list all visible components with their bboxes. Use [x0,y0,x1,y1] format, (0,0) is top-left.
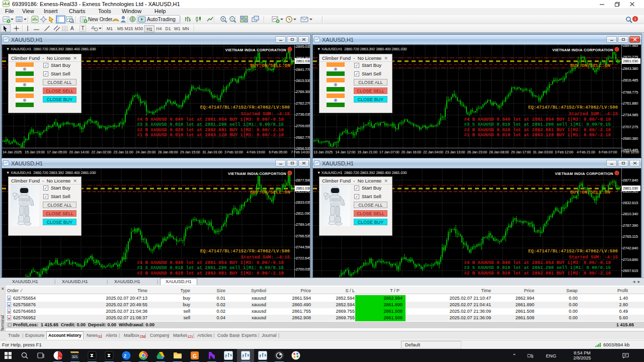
svg-text:5+: 5+ [58,356,62,359]
svg-text:G: G [193,353,197,359]
svg-text:climber: climber [329,200,342,205]
svg-text:climber: climber [18,200,31,205]
svg-text:321: 321 [72,355,78,358]
svg-text:Z: Z [124,353,126,358]
